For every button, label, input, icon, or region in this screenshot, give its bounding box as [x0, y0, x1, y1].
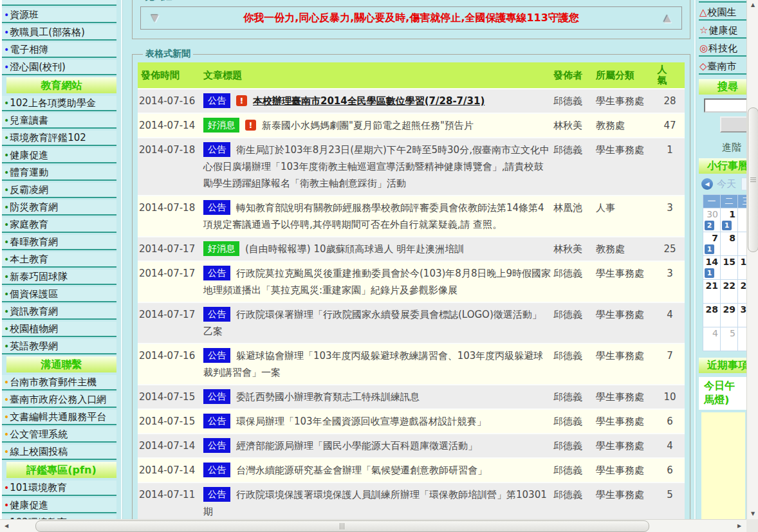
sidebar-item[interactable]: •反霸凌網 [2, 183, 116, 198]
news-title-link[interactable]: 環保局辦理「103年全國資源回收宣導遊戲器材設計競賽」 [236, 416, 486, 427]
calendar-nav: ◀ 今天 [701, 178, 746, 190]
sidebar-item[interactable]: •環境教育評鑑102 [2, 131, 116, 146]
column-header-title: 文章標題 [202, 62, 552, 89]
calendar-day-cell[interactable]: 23 [738, 280, 746, 303]
sidebar-item-label: 環境教育評鑑102 [10, 132, 86, 143]
sidebar-item[interactable]: •教職員工(部落格) [2, 25, 116, 41]
sidebar-item[interactable]: •澄心園(校刊) [2, 60, 116, 75]
sidebar-item[interactable]: •健康促進 [2, 498, 116, 513]
news-title-link[interactable]: 衛生局訂於103年8月23日(星期六)下午2時至5時30分,假臺南市立文化中心假… [203, 144, 550, 189]
news-title-link[interactable]: 本校辦理臺南市2014全民學區數位學習(7/28-7/31) [253, 95, 485, 107]
calendar-day-cell[interactable]: 9 [738, 232, 746, 255]
sidebar-item[interactable]: •資源班 [2, 8, 116, 23]
sidebar-item[interactable]: •線上校園投稿 [2, 445, 116, 460]
horizontal-scrollbar-thumb[interactable] [35, 520, 649, 532]
news-title-link[interactable]: 轉知教育部說明有關教師經服務學校教師評審委員會依教師法第14條第4項規定審議通過… [203, 202, 544, 230]
calendar-day-cell[interactable]: 28 [703, 304, 720, 327]
news-badge: 公告 [203, 487, 230, 502]
right-sidebar-link[interactable]: △校園生 [699, 5, 746, 21]
scroll-left-icon[interactable]: ◀ [1, 520, 12, 532]
calendar-day-number: 8 [729, 233, 735, 243]
calendar-next-button[interactable] [741, 178, 746, 190]
sidebar-item[interactable]: •資訊教育網 [2, 304, 116, 320]
news-badge: 公告 [203, 438, 230, 453]
calendar-day-cell[interactable]: 71 [703, 232, 720, 255]
calendar-day-cell[interactable]: 4 [703, 327, 720, 351]
news-header-row: 發佈時間 文章標題 發佈者 所屬分類 人氣 [138, 62, 685, 89]
news-title-link[interactable]: 委託西勢國小辦理教育類志工特殊訓練訊息 [236, 391, 420, 403]
marquee-scroll-down-icon[interactable]: ▼ [151, 14, 159, 23]
calendar-day-cell[interactable]: 30 [738, 304, 746, 327]
calendar-day-cell[interactable]: 16 [738, 256, 746, 279]
horizontal-scrollbar[interactable]: ◀ ▶ [0, 519, 758, 532]
news-date: 2014-07-14 [138, 458, 202, 482]
right-sidebar-link[interactable]: ◎科技化 [699, 41, 746, 57]
sidebar-item-label: 公文管理系統 [10, 428, 68, 440]
calendar-day-cell[interactable]: 8 [721, 232, 737, 255]
right-sidebar-link[interactable]: ◇臺南市 [699, 59, 746, 75]
calendar-day-cell[interactable]: 22 [721, 280, 737, 303]
calendar-day-cell[interactable]: 2 [738, 208, 746, 232]
sidebar-item[interactable]: •健康促進 [2, 148, 116, 163]
sidebar-item[interactable]: •兒童讀書 [2, 113, 116, 129]
right-sidebar-link[interactable]: ☆健康促 [699, 23, 746, 39]
news-views: 3 [655, 196, 685, 237]
sidebar-item[interactable]: •102上各項獎助學金 [2, 96, 116, 111]
search-input[interactable] [704, 98, 746, 113]
news-category: 學生事務處 [595, 482, 655, 524]
news-title-link[interactable]: (自由時報報導) 10歲蘇頎高球過人 明年赴澳洲培訓 [245, 243, 464, 255]
calendar-prev-button[interactable]: ◀ [701, 178, 713, 190]
calendar-day-number: 14 [706, 257, 718, 267]
marquee-scroll-up-icon[interactable]: ▲ [663, 14, 671, 23]
sidebar-item-label: 台南市教育郵件主機 [10, 376, 97, 388]
calendar-day-cell[interactable]: 11 [721, 208, 737, 232]
calendar-day-cell[interactable]: 21 [703, 280, 720, 303]
news-views: 7 [655, 344, 685, 385]
scroll-down-icon[interactable]: ▼ [747, 509, 758, 519]
news-title-link[interactable]: 台灣永續能源研究基金會辦理「氣候變遷創意教師研習會」 [236, 464, 487, 476]
sidebar-item[interactable]: •本土教育 [2, 252, 116, 268]
right-sidebar-link-label: 科技化 [708, 42, 737, 54]
calendar-day-cell[interactable]: 141 [703, 256, 720, 279]
calendar-day-cell[interactable]: 6 [738, 327, 746, 351]
vertical-scrollbar-thumb[interactable] [748, 107, 758, 252]
news-category: 學生事務處 [595, 458, 655, 482]
sidebar-item[interactable]: •101環境教育 [2, 481, 116, 496]
news-title-link[interactable]: 行政院莫拉克颱風災後重建推動委員會於今(103)年8月8日晚上9時假國家地理頻道… [203, 268, 551, 296]
sidebar-item[interactable]: •台南市教育郵件主機 [2, 375, 116, 390]
sidebar-item[interactable]: •春暉教育網 [2, 235, 116, 250]
news-title-link[interactable]: 新泰國小水媽媽劇團"夏月節電之超熊任務"預告片 [262, 120, 474, 131]
calendar-day-cell[interactable]: 15 [721, 256, 737, 279]
calendar-weekday: 二 [721, 195, 737, 208]
sidebar-item[interactable]: •文書編輯共通服務平台 [2, 410, 116, 425]
search-button[interactable] [720, 116, 746, 133]
vertical-scrollbar[interactable]: ▲ ▼ [746, 0, 758, 519]
calendar-today-button[interactable]: 今天 [717, 178, 736, 190]
sidebar-item[interactable]: •防災教育網 [2, 200, 116, 216]
calendar-day-cell[interactable]: 29 [721, 304, 737, 327]
bullet-icon: • [4, 412, 9, 422]
sidebar-item[interactable]: •校園植物網 [2, 322, 116, 337]
scroll-up-icon[interactable]: ▲ [747, 0, 758, 10]
news-title-link[interactable]: 經濟部能源局辦理「國民小學能源大百科題庫徵選活動」 [236, 440, 477, 452]
news-title-link[interactable]: 行政院環境保護署環境保護人員訓練所辦理「環保教師培訓營」第10301期 [203, 489, 547, 517]
calendar-day-number: 5 [730, 328, 735, 338]
sidebar-item[interactable]: •體育運動 [2, 165, 116, 181]
news-title-link[interactable]: 躲避球協會辦理「103年度丙級躲避球教練講習會、103年度丙級躲避球裁判講習會」… [203, 350, 543, 378]
news-legend: 表格式新聞 [143, 48, 193, 60]
news-title-link[interactable]: 行政院環保署辦理「行政院國家永續發展委員會標誌(LOGO)徵選活動」乙案 [203, 309, 542, 337]
calendar-day-cell[interactable]: 5 [721, 327, 737, 351]
scroll-right-icon[interactable]: ▶ [734, 520, 744, 532]
calendar-day-cell[interactable]: 302 [703, 208, 720, 232]
calendar-day-number: 23 [741, 280, 746, 291]
bullet-icon: • [4, 202, 9, 212]
sidebar-item[interactable]: •新泰巧固球隊 [2, 270, 116, 285]
sidebar-item[interactable]: •家庭教育 [2, 217, 116, 233]
sidebar-item[interactable]: •電子相簿 [2, 42, 116, 58]
sidebar-item[interactable]: •臺南市政府公務入口網 [2, 392, 116, 408]
advanced-search-link[interactable]: 進階 [699, 142, 741, 154]
sidebar-item[interactable]: •個資保護區 [2, 287, 116, 302]
sidebar-item[interactable]: •公文管理系統 [2, 427, 116, 443]
marquee-legend: 跑馬燈 [143, 0, 175, 3]
sidebar-item[interactable]: •英語教學網 [2, 339, 116, 354]
